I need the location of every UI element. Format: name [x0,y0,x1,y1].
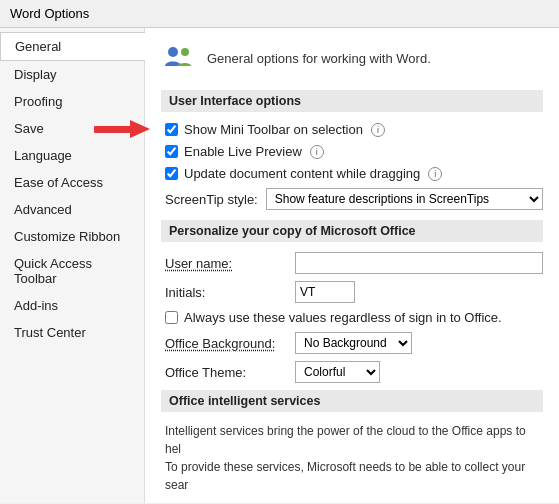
sidebar-item-proofing[interactable]: Proofing [0,88,144,115]
screentip-row: ScreenTip style: Show feature descriptio… [161,188,543,210]
live-preview-info-icon: i [310,145,324,159]
enable-services-row: Enable services [161,502,543,503]
sidebar-item-customize-ribbon[interactable]: Customize Ribbon [0,223,144,250]
intelligent-services-header: Office intelligent services [161,390,543,412]
sidebar-item-advanced[interactable]: Advanced [0,196,144,223]
update-content-row: Update document content while dragging i [161,166,543,181]
personalize-header: Personalize your copy of Microsoft Offic… [161,220,543,242]
sidebar-item-ease-of-access[interactable]: Ease of Access [0,169,144,196]
mini-toolbar-row: Show Mini Toolbar on selection i [161,122,543,137]
screentip-select[interactable]: Show feature descriptions in ScreenTips … [266,188,543,210]
sidebar-item-display[interactable]: Display [0,61,144,88]
sidebar-item-general[interactable]: General [0,32,145,61]
update-content-checkbox[interactable] [165,167,178,180]
svg-point-2 [168,47,178,57]
background-row: Office Background: No Background Calligr… [161,332,543,354]
screentip-label: ScreenTip style: [165,192,258,207]
main-content: General options for working with Word. U… [145,28,559,503]
title-bar: Word Options [0,0,559,28]
always-use-row: Always use these values regardless of si… [161,310,543,325]
username-input[interactable] [295,252,543,274]
sidebar: General Display Proofing Save Language E… [0,28,145,503]
initials-input[interactable] [295,281,355,303]
intelligent-services-description: Intelligent services bring the power of … [161,422,543,494]
theme-label: Office Theme: [165,365,295,380]
initials-label: Initials: [165,285,295,300]
initials-row: Initials: [161,281,543,303]
svg-point-3 [181,48,189,56]
gear-people-icon [161,40,197,76]
theme-select[interactable]: Colorful Dark Gray Black White [295,361,380,383]
dialog-title: Word Options [10,6,89,21]
mini-toolbar-checkbox[interactable] [165,123,178,136]
theme-row: Office Theme: Colorful Dark Gray Black W… [161,361,543,383]
red-arrow-icon [92,118,152,140]
sidebar-item-quick-access-toolbar[interactable]: Quick Access Toolbar [0,250,144,292]
live-preview-checkbox[interactable] [165,145,178,158]
live-preview-row: Enable Live Preview i [161,144,543,159]
content-header-text: General options for working with Word. [207,51,431,66]
sidebar-item-save[interactable]: Save [0,115,144,142]
username-row: User name: [161,252,543,274]
mini-toolbar-info-icon: i [371,123,385,137]
username-label: User name: [165,256,295,271]
always-use-checkbox[interactable] [165,311,178,324]
update-content-info-icon: i [428,167,442,181]
ui-options-header: User Interface options [161,90,543,112]
background-label: Office Background: [165,336,295,351]
sidebar-item-trust-center[interactable]: Trust Center [0,319,144,346]
background-select[interactable]: No Background Calligraphy Clouds Doodles… [295,332,412,354]
sidebar-item-add-ins[interactable]: Add-ins [0,292,144,319]
sidebar-item-language[interactable]: Language [0,142,144,169]
content-header: General options for working with Word. [161,40,543,76]
svg-rect-0 [94,126,132,133]
